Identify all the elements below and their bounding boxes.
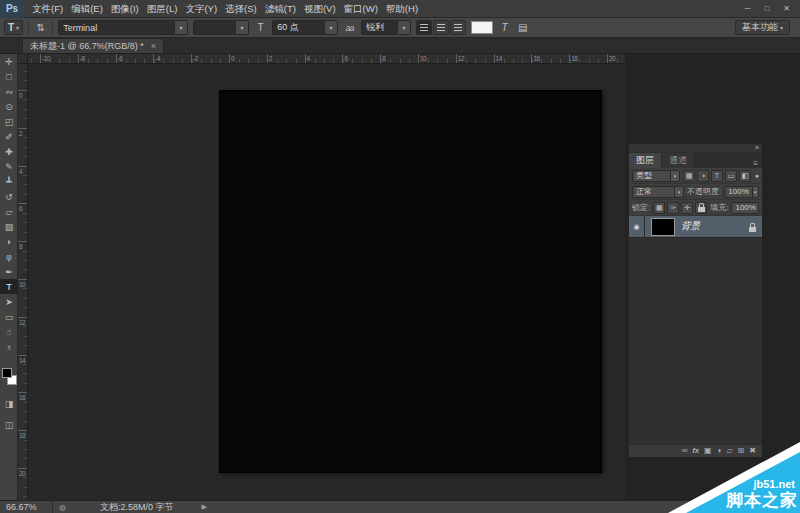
menu-item-9[interactable]: 窗口(W) [340,0,382,18]
chevron-down-icon[interactable]: ▾ [397,21,410,34]
tool-gradient-icon[interactable]: ▨ [0,219,18,234]
tool-shape-icon[interactable]: ▭ [0,309,18,324]
foreground-color-swatch[interactable] [2,368,12,378]
filter-smart-objects-icon[interactable]: ◧ [739,170,751,182]
align-right-button[interactable] [450,20,466,35]
text-color-swatch[interactable] [471,21,493,34]
font-size-select[interactable]: 60 点▾ [272,20,338,35]
tool-brush-icon[interactable]: ✎ [0,159,18,174]
ruler-h[interactable]: -10-8-6-4-202468101214161820 [28,54,625,64]
layers-list: ◉背景 [629,216,762,444]
panel-menu-icon[interactable]: ≡ [753,159,762,168]
add-layer-mask-icon[interactable]: ▣ [704,446,712,456]
canvas-area[interactable] [28,64,625,500]
filter-toggle-icon[interactable]: ● [755,172,759,179]
menu-item-1[interactable]: 文件(F) [28,0,67,18]
minimize-button[interactable]: ─ [745,4,751,14]
panel-tabs: 图层 通道 ≡ [629,152,762,168]
tool-crop-icon[interactable]: ◰ [0,114,18,129]
menu-item-5[interactable]: 文字(Y) [181,0,221,18]
chevron-down-icon[interactable]: ▾ [674,187,683,197]
tool-lasso-icon[interactable]: ∾ [0,84,18,99]
filter-type-layers-icon[interactable]: T [711,170,723,182]
chevron-down-icon[interactable]: ▾ [670,171,679,181]
menu-item-2[interactable]: 编辑(E) [67,0,107,18]
menu-item-6[interactable]: 选择(S) [221,0,261,18]
tool-move-icon[interactable]: ✛ [0,54,18,69]
tool-clone-stamp-icon[interactable]: ┻ [0,174,18,189]
align-left-button[interactable] [416,20,432,35]
delete-layer-icon[interactable]: ✖ [749,446,756,456]
warp-text-icon[interactable]: T [498,20,511,35]
tool-blur-icon[interactable]: ◗ [0,234,18,249]
tool-dodge-icon[interactable]: φ [0,249,18,264]
tool-pen-icon[interactable]: ✒ [0,264,18,279]
chevron-down-icon[interactable]: ▾ [324,21,337,34]
tool-quick-selection-icon[interactable]: ⊙ [0,99,18,114]
tool-path-selection-icon[interactable]: ➤ [0,294,18,309]
ruler-origin-box[interactable] [18,54,28,64]
lock-icons: ▦✑✛ [653,202,707,214]
new-adjustment-layer-icon[interactable]: ◑ [717,446,722,456]
panel-dock: » 图层 通道 ≡ 类型▾ ▦◑T▭◧ ● 正常▾ 不透明度: 100%▾ 锁定… [625,54,800,500]
tool-marquee-icon[interactable]: □ [0,69,18,84]
layer-thumbnail[interactable] [651,218,675,236]
filter-adjustment-layers-icon[interactable]: ◑ [697,170,709,182]
lock-transparent-pixels-icon[interactable]: ▦ [653,202,665,214]
tool-screen-mode-icon[interactable]: ◫ [0,417,18,432]
document-tab[interactable]: 未标题-1 @ 66.7%(RGB/8) * × [22,38,164,53]
filter-pixel-layers-icon[interactable]: ▦ [683,170,695,182]
new-group-icon[interactable]: ▱ [726,446,732,456]
align-center-button[interactable] [433,20,449,35]
document-canvas[interactable] [219,90,602,473]
font-size-value: 60 点 [273,21,324,34]
fill-select[interactable]: 100%▾ [731,202,759,214]
lock-all-icon[interactable] [695,202,707,214]
tool-preset-picker[interactable]: T▾ [4,20,23,35]
collapse-panels-icon[interactable]: » [755,145,759,151]
visibility-eye-icon[interactable]: ◉ [629,216,645,238]
tool-eyedropper-icon[interactable]: ✐ [0,129,18,144]
tool-healing-brush-icon[interactable]: ✚ [0,144,18,159]
tab-channels[interactable]: 通道 [662,153,695,168]
link-layers-icon[interactable]: ∞ [682,446,688,456]
font-family-select[interactable]: Terminal▾ [58,20,188,35]
ruler-h-label: 8 [382,55,385,62]
menu-item-7[interactable]: 滤镜(T) [261,0,300,18]
toggle-panels-icon[interactable]: ▤ [516,20,529,35]
lock-image-pixels-icon[interactable]: ✑ [667,202,679,214]
tool-hand-icon[interactable]: ☝ [0,324,18,339]
layer-filter-select[interactable]: 类型▾ [632,170,680,182]
lock-position-icon[interactable]: ✛ [681,202,693,214]
text-orientation-icon[interactable]: ⇅ [34,20,47,35]
tab-layers[interactable]: 图层 [629,153,662,168]
chevron-down-icon[interactable]: ▾ [235,21,248,34]
filter-shape-layers-icon[interactable]: ▭ [725,170,737,182]
antialias-select[interactable]: 锐利▾ [361,20,411,35]
layer-row[interactable]: ◉背景 [629,216,762,238]
workspace-switcher[interactable]: 基本功能▾ [735,20,790,35]
tool-quick-mask-icon[interactable]: ◨ [0,396,18,411]
menu-item-10[interactable]: 帮助(H) [382,0,422,18]
font-style-select[interactable]: ▾ [193,20,249,35]
chevron-down-icon[interactable]: ▾ [174,21,187,34]
ruler-v[interactable]: 02468101214161820 [18,64,28,500]
menu-item-3[interactable]: 图像(I) [107,0,143,18]
layer-name[interactable]: 背景 [681,220,700,233]
tool-type-icon[interactable]: T [0,279,18,294]
menu-item-8[interactable]: 视图(V) [300,0,340,18]
blend-mode-select[interactable]: 正常▾ [632,186,684,198]
tool-history-brush-icon[interactable]: ↺ [0,189,18,204]
tool-zoom-icon[interactable]: ♁ [0,339,18,354]
zoom-level-field[interactable]: 66.67% [6,502,46,512]
close-button[interactable]: ✕ [783,4,790,14]
maximize-button[interactable]: □ [764,4,769,14]
menu-item-4[interactable]: 图层(L) [143,0,182,18]
layer-effects-icon[interactable]: fx [692,446,699,456]
opacity-select[interactable]: 100%▾ [724,186,759,198]
tool-eraser-icon[interactable]: ▱ [0,204,18,219]
status-expand-icon[interactable]: ▶ [202,503,207,511]
new-layer-icon[interactable]: ⊞ [738,446,745,456]
close-tab-icon[interactable]: × [151,41,156,51]
chevron-down-icon[interactable]: ▾ [752,187,758,197]
